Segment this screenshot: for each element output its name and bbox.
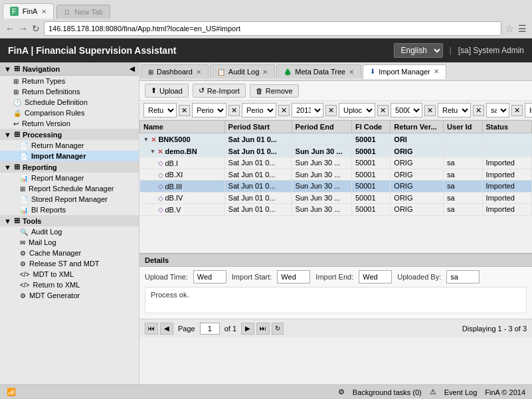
sidebar-label-audit-log: Audit Log <box>31 228 62 236</box>
reload-button[interactable]: ↻ <box>32 23 40 34</box>
filter-pend-clear[interactable]: ✕ <box>278 105 290 116</box>
filter-rtype-clear[interactable]: ✕ <box>179 105 190 116</box>
sidebar-label-bi-reports: BI Reports <box>31 206 66 214</box>
sidebar-item-report-schedule-manager[interactable]: ⊞ Report Schedule Manager <box>0 183 139 194</box>
filter-user-clear[interactable]: ✕ <box>511 105 523 116</box>
row-expand-icon[interactable]: ▼ <box>143 136 149 143</box>
filter-year[interactable]: 2013 <box>292 103 323 118</box>
sidebar-item-schedule-definition[interactable]: 🕐 Schedule Definition <box>0 97 139 108</box>
col-header-period-start: Period Start <box>224 121 292 133</box>
main-toolbar: ⬆ Upload ↺ Re-Import 🗑 Remove <box>139 81 532 101</box>
bookmark-icon[interactable]: ☆ <box>505 23 514 34</box>
sidebar-label-schedule: Schedule Definition <box>25 98 88 106</box>
pagination-bar: ⏮ ◀ Page of 1 ▶ ⏭ ↻ Displaying 1 - 3 of … <box>139 319 532 337</box>
browser-tab-inactive[interactable]: 🗋 New Tab <box>56 5 110 19</box>
row-return-ver: ORIG <box>391 204 444 216</box>
sidebar-section-tools[interactable]: ▼ ⊞ Tools <box>0 215 139 226</box>
event-log-label[interactable]: Event Log <box>444 388 478 396</box>
warning-icon: ⚠ <box>430 388 436 396</box>
url-bar[interactable] <box>44 21 501 36</box>
table-row[interactable]: ◇ dB.V Sat Jun 01 0... Sun Jun 30 ... 50… <box>140 204 532 216</box>
page-input[interactable] <box>200 323 220 335</box>
table-row[interactable]: ▼ ✕ BNK5000 Sat Jun 01 0... 50001 ORI <box>140 133 532 145</box>
col-header-fi-code: FI Code <box>351 121 390 133</box>
sidebar-label-report-manager: Report Manager <box>31 174 84 182</box>
back-button[interactable]: ← <box>5 23 15 34</box>
sidebar-item-return-definitions[interactable]: ⊞ Return Definitions <box>0 86 139 97</box>
sidebar-item-stored-report-manager[interactable]: 📄 Stored Report Manager <box>0 194 139 204</box>
reimport-button[interactable]: ↺ Re-Import <box>193 84 246 98</box>
filter-fi-code[interactable]: 5000 <box>391 103 422 118</box>
browser-tab-active[interactable]: F FinA ✕ <box>3 3 54 19</box>
row-fi-code: 50001 <box>351 169 390 181</box>
filter-fi-clear[interactable]: ✕ <box>424 105 436 116</box>
sidebar-item-report-manager[interactable]: 📊 Report Manager <box>0 173 139 183</box>
sidebar-item-release-st-mdt[interactable]: ⚙ Release ST and MDT <box>0 258 139 269</box>
tab-close-dashboard[interactable]: ✕ <box>196 68 201 76</box>
sidebar-item-mail-log[interactable]: ✉ Mail Log <box>0 237 139 248</box>
uploaded-by-label: Uploaded By: <box>397 273 441 281</box>
browser-tab-close[interactable]: ✕ <box>41 8 46 15</box>
tab-meta-data-tree[interactable]: 🌲 Meta Data Tree ✕ <box>276 64 361 78</box>
remove-button[interactable]: 🗑 Remove <box>250 84 299 98</box>
filter-period-end[interactable]: Perio <box>242 103 276 118</box>
row-expand-icon[interactable]: ▼ <box>150 148 156 155</box>
sidebar-section-navigation[interactable]: ▼ ⊞ Navigation ◀ <box>0 62 139 76</box>
menu-icon[interactable]: ☰ <box>518 23 527 34</box>
sidebar-item-bi-reports[interactable]: 📊 BI Reports <box>0 204 139 215</box>
page-next-button[interactable]: ▶ <box>241 323 254 335</box>
table-row[interactable]: ▼ ✕ demo.BN Sat Jun 01 0... Sun Jun 30 .… <box>140 145 532 157</box>
background-tasks-label[interactable]: Background tasks (0) <box>353 388 422 396</box>
sidebar-toggle[interactable]: ◀ <box>130 65 135 72</box>
filter-period-start[interactable]: Perio <box>192 103 226 118</box>
filter-retver-clear[interactable]: ✕ <box>473 105 484 116</box>
sidebar-section-processing[interactable]: ▼ ⊞ Processing <box>0 129 139 140</box>
sidebar-item-comparison-rules[interactable]: 🔒 Comparison Rules <box>0 108 139 118</box>
table-row[interactable]: ◇ dB.I Sat Jun 01 0... Sun Jun 30 ... 50… <box>140 157 532 169</box>
filter-upload-clear[interactable]: ✕ <box>377 105 389 116</box>
tab-dashboard[interactable]: ⊞ Dashboard ✕ <box>141 64 209 78</box>
tab-close-import[interactable]: ✕ <box>434 68 439 75</box>
page-prev-button[interactable]: ◀ <box>160 323 173 335</box>
wifi-icon: 📶 <box>7 388 16 396</box>
language-select[interactable]: English <box>394 43 443 58</box>
sidebar-item-return-types[interactable]: ⊞ Return Types <box>0 76 139 86</box>
forward-button[interactable]: → <box>19 23 28 34</box>
sidebar-item-return-version[interactable]: ↩ Return Version <box>0 118 139 129</box>
uploaded-by-value: sa <box>446 270 480 283</box>
page-refresh-button[interactable]: ↻ <box>272 323 284 335</box>
sidebar-item-mdt-generator[interactable]: ⚙ MDT Generator <box>0 290 139 301</box>
filter-upload-status[interactable]: Uploc <box>339 103 375 118</box>
filter-import-status[interactable]: Impo <box>525 103 532 118</box>
sidebar-item-cache-manager[interactable]: ⚙ Cache Manager <box>0 248 139 258</box>
filter-return-type[interactable]: Retu <box>143 103 177 118</box>
filter-year-clear[interactable]: ✕ <box>325 105 337 116</box>
upload-button[interactable]: ⬆ Upload <box>145 84 189 98</box>
page-last-button[interactable]: ⏭ <box>256 323 270 335</box>
tab-audit-log[interactable]: 📋 Audit Log ✕ <box>210 64 275 78</box>
page-first-button[interactable]: ⏮ <box>145 323 158 335</box>
sidebar-item-import-manager[interactable]: 📄 Import Manager <box>0 151 139 161</box>
table-row[interactable]: ◇ dB.XI Sat Jun 01 0... Sun Jun 30 ... 5… <box>140 169 532 181</box>
row-period-end <box>292 133 351 145</box>
sidebar-section-reporting[interactable]: ▼ ⊞ Reporting <box>0 161 139 173</box>
col-header-return-ver: Return Ver... <box>391 121 444 133</box>
tab-close-meta[interactable]: ✕ <box>349 68 354 76</box>
table-row[interactable]: ◇ dB.IV Sat Jun 01 0... Sun Jun 30 ... 5… <box>140 192 532 204</box>
tab-import-manager[interactable]: ⬇ Import Manager ✕ <box>363 64 446 79</box>
tab-close-audit[interactable]: ✕ <box>262 68 268 76</box>
sidebar-item-return-to-xml[interactable]: </> Return to XML <box>0 279 139 290</box>
row-period-end: Sun Jun 30 ... <box>292 169 351 181</box>
sidebar-item-audit-log[interactable]: 🔍 Audit Log <box>0 226 139 237</box>
table-row[interactable]: ◇ dB.III Sat Jun 01 0... Sun Jun 30 ... … <box>140 181 532 193</box>
row-user-id: sa <box>444 169 482 181</box>
filter-return-ver[interactable]: Retu <box>438 103 471 118</box>
collapse-nav-icon: ▼ <box>4 65 11 73</box>
filter-pstart-clear[interactable]: ✕ <box>228 105 240 116</box>
row-user-id: sa <box>444 192 482 204</box>
filter-user-id[interactable]: sa <box>486 103 509 118</box>
sidebar-item-mdt-to-xml[interactable]: </> MDT to XML <box>0 269 139 279</box>
import-start-label: Import Start: <box>232 273 272 281</box>
app-header: FinA | Financial Supervision Assistant E… <box>0 39 532 62</box>
sidebar-item-return-manager[interactable]: 📄 Return Manager <box>0 140 139 151</box>
